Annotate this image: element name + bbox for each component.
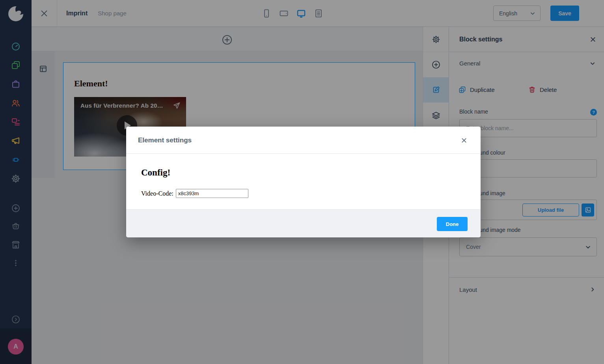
- modal-body: Config! Video-Code:: [126, 154, 481, 209]
- modal-close-icon[interactable]: [461, 137, 467, 144]
- modal-title: Element settings: [138, 136, 192, 144]
- video-code-label: Video-Code:: [141, 190, 173, 197]
- done-button[interactable]: Done: [437, 217, 468, 231]
- config-heading: Config!: [141, 168, 170, 178]
- video-code-input[interactable]: [176, 189, 248, 198]
- modal-header: Element settings: [126, 127, 481, 154]
- modal-footer: Done: [126, 209, 481, 237]
- element-settings-modal: Element settings Config! Video-Code: Don…: [126, 127, 481, 237]
